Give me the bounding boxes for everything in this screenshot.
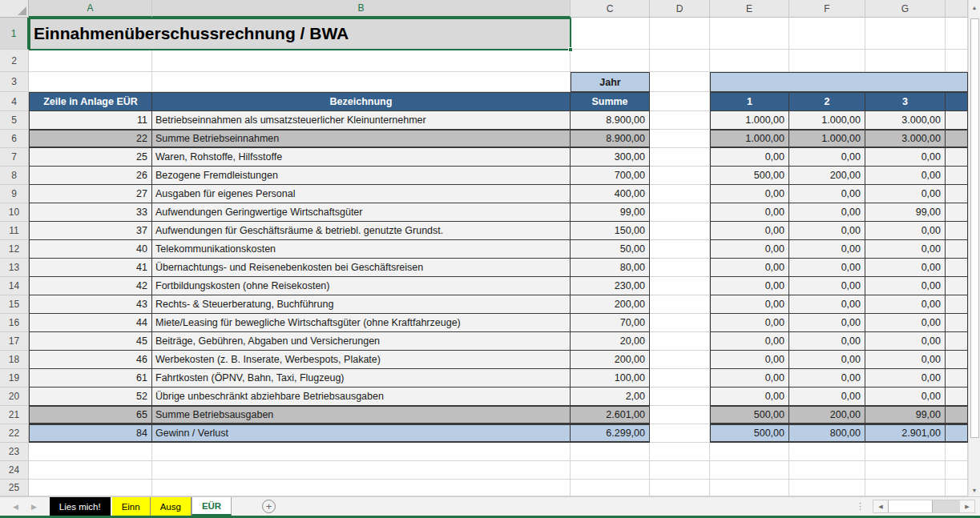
cell-A3[interactable]	[29, 72, 152, 92]
cell-A24[interactable]	[29, 461, 152, 480]
cell-H20[interactable]	[946, 387, 968, 406]
cell-E11[interactable]: 0,00	[710, 222, 789, 240]
cell-A14[interactable]: 42	[29, 277, 152, 295]
cell-B3[interactable]	[152, 72, 571, 92]
cell-H16[interactable]	[946, 314, 968, 332]
cell-C14[interactable]: 230,00	[571, 277, 650, 295]
cell-E7[interactable]: 0,00	[710, 148, 789, 167]
scroll-left-icon[interactable]: ◀	[873, 500, 888, 512]
cell-A2[interactable]	[29, 50, 152, 72]
row-header-18[interactable]: 18	[0, 351, 29, 369]
cell-C23[interactable]	[571, 443, 650, 461]
cell-H18[interactable]	[946, 351, 968, 369]
row-header-23[interactable]: 23	[0, 443, 29, 461]
cell-D13[interactable]	[650, 259, 710, 277]
cell-D15[interactable]	[650, 295, 710, 314]
horizontal-scrollbar[interactable]: ◀ ▶	[873, 500, 975, 513]
cell-A18[interactable]: 46	[29, 351, 152, 369]
cell-G18[interactable]: 0,00	[865, 351, 946, 369]
cell-F6[interactable]: 1.000,00	[789, 130, 865, 148]
cell-F17[interactable]: 0,00	[789, 332, 865, 351]
cell-E14[interactable]: 0,00	[710, 277, 789, 295]
cell-E17[interactable]: 0,00	[710, 332, 789, 351]
cell-H1[interactable]	[946, 18, 968, 50]
cell-D21[interactable]	[650, 406, 710, 424]
cell-G25[interactable]	[865, 480, 946, 496]
cell-E23[interactable]	[710, 443, 789, 461]
cell-H23[interactable]	[946, 443, 968, 461]
row-header-10[interactable]: 10	[0, 203, 29, 222]
cell-G14[interactable]: 0,00	[865, 277, 946, 295]
cell-F12[interactable]: 0,00	[789, 240, 865, 259]
sheet-tab-eür[interactable]: EÜR	[192, 497, 232, 516]
cell-F9[interactable]: 0,00	[789, 185, 865, 203]
cell-G5[interactable]: 3.000,00	[865, 111, 946, 130]
cell-H6[interactable]	[946, 130, 968, 148]
cell-B10[interactable]: Aufwendungen Geringwertige Wirtschaftsgü…	[152, 203, 571, 222]
cell-D16[interactable]	[650, 314, 710, 332]
horizontal-scrollbar-thumb[interactable]	[888, 500, 933, 512]
cell-G12[interactable]: 0,00	[865, 240, 946, 259]
column-header-A[interactable]: A	[29, 0, 152, 18]
cell-C16[interactable]: 70,00	[571, 314, 650, 332]
vertical-scrollbar-thumb[interactable]	[970, 18, 979, 438]
cell-E1[interactable]	[710, 18, 789, 50]
cell-G24[interactable]	[865, 461, 946, 480]
column-header-E[interactable]: E	[710, 0, 789, 18]
cell-F18[interactable]: 0,00	[789, 351, 865, 369]
cell-A7[interactable]: 25	[29, 148, 152, 167]
header-cell-bezeichnung[interactable]: Bezeichnung	[152, 92, 571, 111]
cell-D5[interactable]	[650, 111, 710, 130]
cell-E16[interactable]: 0,00	[710, 314, 789, 332]
header-cell-period-2[interactable]: 2	[789, 92, 865, 111]
tab-splitter-handle[interactable]: ⋮	[856, 501, 865, 512]
column-header-C[interactable]: C	[571, 0, 650, 18]
cell-G10[interactable]: 99,00	[865, 203, 946, 222]
cell-B16[interactable]: Miete/Leasing für bewegliche Wirtschafts…	[152, 314, 571, 332]
cell-A17[interactable]: 45	[29, 332, 152, 351]
cell-H21[interactable]	[946, 406, 968, 424]
cell-B21[interactable]: Summe Betriebsausgaben	[152, 406, 571, 424]
cell-C19[interactable]: 100,00	[571, 369, 650, 387]
cell-G9[interactable]: 0,00	[865, 185, 946, 203]
cell-C9[interactable]: 400,00	[571, 185, 650, 203]
cell-A23[interactable]	[29, 443, 152, 461]
header-cell-period-1[interactable]: 1	[710, 92, 789, 111]
cell-C20[interactable]: 2,00	[571, 387, 650, 406]
cell-A9[interactable]: 27	[29, 185, 152, 203]
row-header-5[interactable]: 5	[0, 111, 29, 130]
cell-H25[interactable]	[946, 480, 968, 496]
cell-B6[interactable]: Summe Betriebseinnahmen	[152, 130, 571, 148]
cell-B5[interactable]: Betriebseinnahmen als umsatzsteuerlicher…	[152, 111, 571, 130]
sheet-tab-einn[interactable]: Einn	[112, 497, 151, 516]
cell-D3[interactable]	[650, 72, 710, 92]
cell-B20[interactable]: Übrige unbeschränkt abziehbare Betriebsa…	[152, 387, 571, 406]
cell-A20[interactable]: 52	[29, 387, 152, 406]
cell-H12[interactable]	[946, 240, 968, 259]
cell-G23[interactable]	[865, 443, 946, 461]
cell-A21[interactable]: 65	[29, 406, 152, 424]
horizontal-scrollbar-track[interactable]	[933, 500, 960, 512]
year-header-cell[interactable]: Jahr	[571, 72, 650, 92]
cell-A8[interactable]: 26	[29, 167, 152, 185]
cell-G15[interactable]: 0,00	[865, 295, 946, 314]
cell-C11[interactable]: 150,00	[571, 222, 650, 240]
cell-F5[interactable]: 1.000,00	[789, 111, 865, 130]
cell-B7[interactable]: Waren, Rohstoffe, Hilfsstoffe	[152, 148, 571, 167]
cell-G11[interactable]: 0,00	[865, 222, 946, 240]
cell-A10[interactable]: 33	[29, 203, 152, 222]
header-cell-period-3[interactable]: 3	[865, 92, 946, 111]
cell-C13[interactable]: 80,00	[571, 259, 650, 277]
row-header-8[interactable]: 8	[0, 167, 29, 185]
cell-F24[interactable]	[789, 461, 865, 480]
cell-A13[interactable]: 41	[29, 259, 152, 277]
cell-A6[interactable]: 22	[29, 130, 152, 148]
row-header-6[interactable]: 6	[0, 130, 29, 148]
cell-F22[interactable]: 800,00	[789, 424, 865, 443]
cell-G22[interactable]: 2.901,00	[865, 424, 946, 443]
cell-E5[interactable]: 1.000,00	[710, 111, 789, 130]
vertical-scrollbar[interactable]: ▲ ▼	[968, 0, 980, 498]
cell-D24[interactable]	[650, 461, 710, 480]
cell-G6[interactable]: 3.000,00	[865, 130, 946, 148]
cell-A16[interactable]: 44	[29, 314, 152, 332]
